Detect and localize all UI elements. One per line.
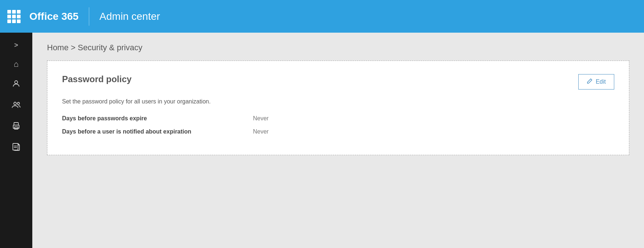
sidebar-item-doc[interactable] [0,138,32,160]
main-layout: > ⌂ [0,33,644,248]
card-title: Password policy [62,74,131,84]
sidebar: > ⌂ [0,33,32,248]
policy-expire-label: Days before passwords expire [62,115,253,122]
policy-row-expire: Days before passwords expire Never [62,115,614,122]
svg-point-2 [17,102,19,105]
svg-point-1 [14,102,17,105]
printer-icon [12,122,21,133]
sidebar-item-users[interactable] [0,95,32,117]
main-content: Home > Security & privacy Password polic… [32,33,644,248]
svg-rect-5 [14,127,18,129]
users-icon [11,101,21,112]
svg-rect-3 [14,123,18,125]
header-divider [89,7,89,26]
policy-notify-value: Never [253,128,269,135]
password-policy-card-wrapper: Password policy Edit Set the password po… [47,61,629,155]
edit-pencil-icon [587,78,593,85]
policy-notify-label: Days before a user is notified about exp… [62,128,253,135]
breadcrumb-text: Home > Security & privacy [47,43,142,52]
policy-expire-value: Never [253,115,269,122]
svg-rect-6 [13,143,18,150]
sidebar-item-expand[interactable]: > [0,36,32,54]
svg-point-0 [15,81,18,84]
card-header: Password policy Edit [62,74,614,90]
grid-menu-icon[interactable] [7,10,21,23]
breadcrumb: Home > Security & privacy [32,33,644,61]
sidebar-item-home[interactable]: ⌂ [0,54,32,74]
doc-icon [12,143,20,155]
policy-row-notify: Days before a user is notified about exp… [62,128,614,135]
edit-label: Edit [596,79,606,85]
app-header: Office 365 Admin center [0,0,644,33]
section-name: Admin center [100,11,160,22]
sidebar-item-user[interactable] [0,74,32,95]
breadcrumb-home[interactable]: Home [47,43,69,52]
app-name: Office 365 [29,11,79,22]
home-icon: ⌂ [14,59,18,69]
card-description: Set the password policy for all users in… [62,98,614,105]
expand-icon: > [14,41,18,49]
user-icon [12,79,21,90]
breadcrumb-separator: > [71,43,78,52]
password-policy-card: Password policy Edit Set the password po… [47,61,629,155]
edit-button[interactable]: Edit [578,74,614,90]
breadcrumb-current: Security & privacy [78,43,142,52]
sidebar-item-printer[interactable] [0,117,32,138]
